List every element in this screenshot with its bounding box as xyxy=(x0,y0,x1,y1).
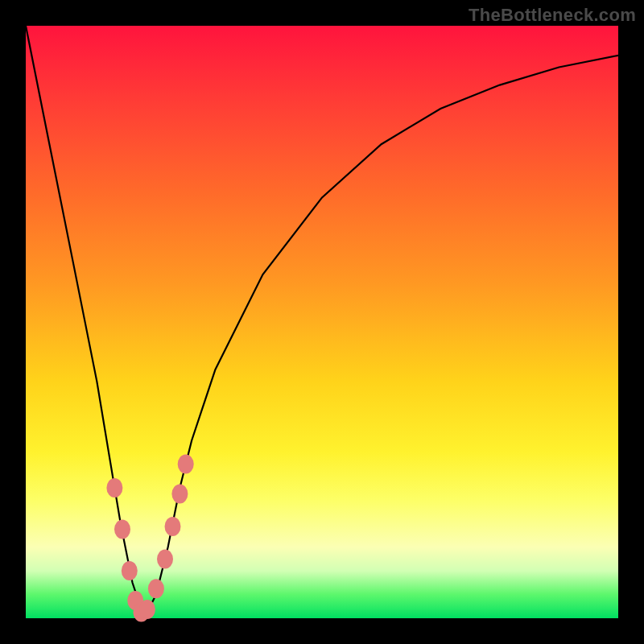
chart-frame: TheBottleneck.com xyxy=(0,0,644,644)
plot-area xyxy=(26,26,618,618)
curve-marker xyxy=(106,478,122,497)
curve-marker xyxy=(122,561,138,580)
curve-marker xyxy=(165,517,181,536)
curve-marker xyxy=(178,455,194,474)
curve-marker xyxy=(139,600,155,619)
watermark-text: TheBottleneck.com xyxy=(469,5,636,26)
curve-layer xyxy=(26,26,618,618)
curve-marker xyxy=(157,549,173,568)
curve-marker xyxy=(114,520,130,539)
curve-marker xyxy=(148,579,164,598)
marker-group xyxy=(106,455,193,622)
curve-marker xyxy=(171,484,188,503)
